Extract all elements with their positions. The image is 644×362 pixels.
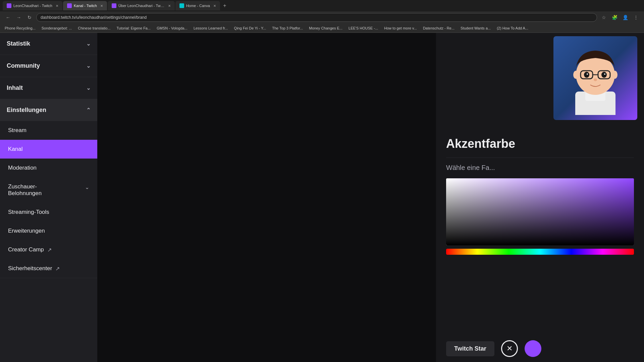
sidebar-section-header-inhalt[interactable]: Inhalt ⌄ [0, 77, 97, 99]
bookmark-1[interactable]: Phone Recycling... [3, 25, 37, 31]
close-icon: ✕ [506, 344, 513, 353]
community-label: Community [7, 62, 40, 69]
svg-point-9 [601, 72, 607, 78]
bookmark-7[interactable]: Qing Fei De Yi - Y... [233, 25, 268, 31]
forward-button[interactable]: → [15, 13, 23, 21]
streaming-tools-label: Streaming-Tools [8, 209, 49, 216]
bookmark-11[interactable]: How to get more v... [383, 25, 418, 31]
address-text: dashboard.twitch.tv/u/leonchaudhari/sett… [41, 15, 147, 20]
divider [446, 158, 634, 158]
sidebar-item-moderation[interactable]: Moderation [0, 159, 97, 177]
tab-bar: LeonChaudhari - Twitch ✕ Kanal - Twitch … [0, 0, 644, 11]
bookmark-4[interactable]: Tutorial: Eigene Fa... [115, 25, 152, 31]
sidebar-section-header-statistik[interactable]: Statistik ⌄ [0, 33, 97, 55]
canva-favicon [179, 3, 184, 8]
sidebar-item-stream[interactable]: Stream [0, 121, 97, 140]
sidebar-section-header-einstellungen[interactable]: Einstellungen ⌃ [0, 99, 97, 121]
statistik-label: Statistik [7, 40, 30, 47]
sidebar: Statistik ⌄ Community ⌄ Inhalt ⌄ Einstel… [0, 33, 97, 362]
bookmark-12[interactable]: Datenschutz - Re... [422, 25, 456, 31]
twitch-favicon-active [67, 3, 72, 8]
moderation-label: Moderation [8, 165, 37, 171]
bookmark-6[interactable]: Lessons Learned fr... [192, 25, 229, 31]
bookmark-3[interactable]: Chinese translatio... [76, 25, 112, 31]
statistik-chevron: ⌄ [86, 41, 91, 47]
sidebar-item-erweiterungen[interactable]: Erweiterungen [0, 222, 97, 240]
einstellungen-chevron: ⌃ [86, 107, 91, 113]
new-tab-button[interactable]: + [221, 2, 229, 10]
sidebar-section-header-community[interactable]: Community ⌄ [0, 55, 97, 77]
bookmark-5[interactable]: GMSN - Vologda... [155, 25, 189, 31]
tab-canva[interactable]: Home - Canva ✕ [175, 1, 220, 10]
bookmark-2[interactable]: Sonderangebot: ... [40, 25, 73, 31]
sidebar-section-community: Community ⌄ [0, 55, 97, 77]
sidebar-item-streaming-tools[interactable]: Streaming-Tools [0, 203, 97, 222]
reload-button[interactable]: ↻ [25, 13, 34, 21]
bookmark-9[interactable]: Money Changes E... [308, 25, 344, 31]
twitch-favicon-uber [112, 3, 116, 8]
svg-point-11 [594, 78, 597, 81]
right-panel: Akzentfarbe Wähle eine Fa... Twitch Star… [436, 33, 644, 362]
tab-close[interactable]: ✕ [56, 4, 58, 8]
tab-label-uber: Über LeonChaudhari - Twitch [118, 4, 165, 8]
tab-close-canva[interactable]: ✕ [213, 4, 216, 8]
sicherheitscenter-external-icon: ↗︎ [55, 265, 60, 272]
menu-button[interactable]: ⋮ [632, 13, 640, 21]
bookmark-star[interactable]: ☆ [600, 13, 608, 21]
sidebar-section-inhalt: Inhalt ⌄ [0, 77, 97, 99]
accent-subtitle: Wähle eine Fa... [446, 164, 634, 172]
sidebar-item-creator-camp[interactable]: Creator Camp ↗︎ [0, 240, 97, 259]
color-rainbow-slider[interactable] [446, 249, 634, 255]
purple-circle-button[interactable] [525, 340, 541, 357]
twitch-star-button[interactable]: Twitch Star [446, 341, 494, 356]
svg-point-12 [573, 71, 579, 79]
content-area [97, 33, 436, 362]
sidebar-item-zuschauer[interactable]: Zuschauer- Belohnungen ⌄ [0, 177, 97, 203]
address-bar[interactable]: dashboard.twitch.tv/u/leonchaudhari/sett… [36, 13, 597, 22]
tab-leonchaudhari[interactable]: LeonChaudhari - Twitch ✕ [3, 1, 62, 10]
bookmark-13[interactable]: Student Wants a... [459, 25, 492, 31]
zuschauer-label: Zuschauer- Belohnungen [8, 183, 42, 197]
accent-title: Akzentfarbe [446, 137, 634, 151]
creator-camp-label: Creator Camp [8, 246, 44, 253]
tab-close-active[interactable]: ✕ [100, 4, 103, 8]
sidebar-item-sicherheitscenter[interactable]: Sicherheitscenter ↗︎ [0, 259, 97, 278]
close-circle-button[interactable]: ✕ [501, 340, 518, 357]
inhalt-chevron: ⌄ [86, 85, 91, 91]
color-picker[interactable] [446, 178, 634, 245]
svg-point-10 [604, 73, 605, 75]
zuschauer-chevron: ⌄ [85, 184, 89, 190]
bookmark-8[interactable]: The Top 3 Platfor... [271, 25, 304, 31]
stream-label: Stream [8, 127, 26, 134]
bookmark-10[interactable]: LEE'S HOUSE -... [347, 25, 379, 31]
extensions-button[interactable]: 🧩 [610, 13, 619, 21]
community-chevron: ⌄ [86, 63, 91, 69]
inhalt-label: Inhalt [7, 84, 23, 92]
profile-button[interactable]: 👤 [621, 13, 629, 21]
browser-chrome: LeonChaudhari - Twitch ✕ Kanal - Twitch … [0, 0, 644, 23]
bookmark-14[interactable]: (2) How To Add A... [495, 25, 530, 31]
bookmarks-bar: Phone Recycling... Sonderangebot: ... Ch… [0, 23, 644, 33]
back-button[interactable]: ← [4, 13, 12, 21]
svg-point-7 [584, 72, 589, 78]
sidebar-item-kanal[interactable]: Kanal [0, 140, 97, 159]
avatar-container [553, 36, 637, 120]
sidebar-section-statistik: Statistik ⌄ [0, 33, 97, 55]
bottom-row: Twitch Star ✕ [436, 335, 644, 362]
tab-close-uber[interactable]: ✕ [168, 4, 171, 8]
creator-camp-external-icon: ↗︎ [47, 247, 52, 253]
tab-label: LeonChaudhari - Twitch [13, 4, 52, 8]
avatar [553, 36, 637, 120]
nav-bar: ← → ↻ dashboard.twitch.tv/u/leonchaudhar… [0, 11, 644, 23]
tab-label-active: Kanal - Twitch [74, 4, 97, 8]
avatar-svg [562, 41, 629, 115]
tab-kanal[interactable]: Kanal - Twitch ✕ [63, 1, 107, 10]
sicherheitscenter-label: Sicherheitscenter [8, 265, 52, 272]
kanal-label: Kanal [8, 146, 22, 153]
sidebar-section-einstellungen: Einstellungen ⌃ Stream Kanal Moderation … [0, 99, 97, 278]
tab-label-canva: Home - Canva [186, 4, 210, 8]
twitch-favicon [7, 3, 11, 8]
svg-point-8 [587, 73, 588, 75]
tab-uber[interactable]: Über LeonChaudhari - Twitch ✕ [108, 1, 175, 10]
main-container: Statistik ⌄ Community ⌄ Inhalt ⌄ Einstel… [0, 33, 644, 362]
